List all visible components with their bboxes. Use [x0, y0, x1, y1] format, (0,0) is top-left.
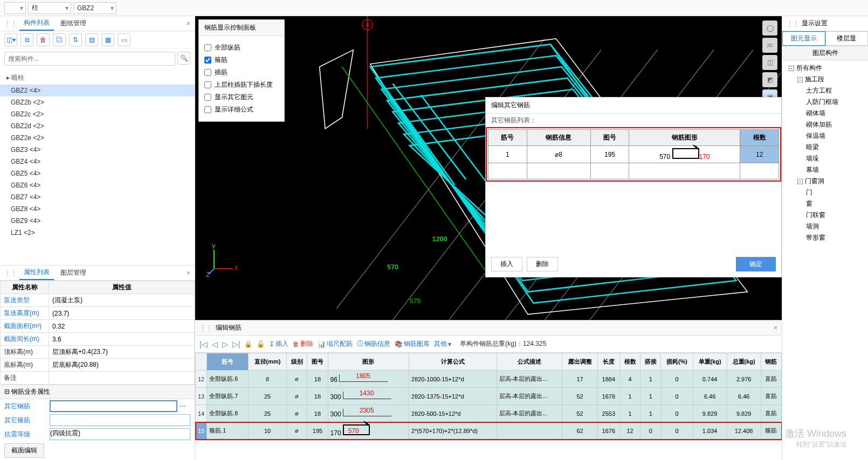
delete-button[interactable]: 删除 [527, 257, 558, 271]
drag-handle-icon[interactable]: ⋮⋮ [199, 324, 212, 332]
new-button[interactable]: ◫▾ [4, 33, 17, 46]
checkbox[interactable] [204, 57, 211, 64]
expand-icon[interactable]: - [789, 66, 794, 71]
col-header[interactable]: 直径(mm) [248, 353, 286, 371]
tree-category[interactable]: ▸ 暗柱 [0, 71, 195, 85]
dropdown-1[interactable] [4, 2, 26, 14]
tree-item[interactable]: 墙洞 [784, 221, 866, 232]
tree-item[interactable]: 幕墙 [784, 164, 866, 176]
tree-item[interactable]: 墙垛 [784, 153, 866, 164]
table-row[interactable]: 14全部纵筋.825⌀18300 23052820-500-15+12*d层高-… [196, 405, 782, 422]
tab-element-display[interactable]: 图元显示 [782, 31, 825, 46]
table-row[interactable]: 15箍筋.110⌀195170 5702*(570+170)+2*(12.89*… [196, 422, 782, 440]
col-header[interactable]: 损耗(%) [661, 353, 693, 371]
checkbox[interactable] [204, 94, 211, 101]
last-icon[interactable]: ▷| [232, 340, 240, 349]
filter-button[interactable]: ▦ [101, 33, 114, 46]
view-iso-icon[interactable]: ◩ [762, 72, 777, 87]
tree-item[interactable]: -施工段 [784, 74, 866, 85]
unlock-icon[interactable]: 🔓 [257, 340, 265, 348]
col-header[interactable]: 根数 [740, 130, 779, 146]
gj-input[interactable] [50, 414, 190, 426]
tree-item[interactable]: 门 [784, 187, 866, 198]
tab-properties[interactable]: 属性列表 [19, 266, 54, 280]
table-row[interactable]: 1 ⌀8 195 570 170 12 [488, 146, 779, 163]
component-item[interactable]: GBZ9 <4> [0, 215, 195, 227]
component-item[interactable]: GBZ3 <4> [0, 144, 195, 156]
tab-floor-display[interactable]: 楼层显 [825, 31, 869, 46]
component-item[interactable]: GBZ5 <4> [0, 168, 195, 179]
checkbox[interactable] [204, 69, 211, 76]
library-button[interactable]: 📚 钢筋图库 [395, 339, 430, 349]
col-header[interactable]: 图号 [590, 130, 629, 146]
close-icon[interactable]: × [774, 324, 777, 332]
checkbox[interactable] [204, 106, 211, 113]
component-item[interactable]: GBZ2e <2> [0, 132, 195, 144]
tab-layer-mgmt[interactable]: 图层管理 [56, 266, 91, 280]
search-input[interactable] [4, 52, 175, 66]
drag-handle-icon[interactable]: ⋮⋮ [787, 20, 800, 27]
prop-value[interactable]: 0.32 [49, 320, 195, 333]
gj-input[interactable]: (四级抗震) [50, 428, 190, 440]
col-header[interactable]: 图形 [328, 353, 409, 371]
ok-button[interactable]: 确定 [736, 257, 776, 271]
more-icon[interactable]: ⋯ [180, 402, 190, 410]
prop-value[interactable]: 层底标高(20.88) [49, 359, 195, 372]
tree-item[interactable]: 人防门框墙 [784, 96, 866, 108]
component-item[interactable]: GBZ7 <4> [0, 191, 195, 203]
tree-item[interactable]: 保温墙 [784, 130, 866, 142]
table-row-empty[interactable] [488, 163, 779, 179]
expand-icon[interactable]: - [797, 179, 803, 184]
component-item[interactable]: GBZ4 <4> [0, 156, 195, 168]
rebar-section-header[interactable]: ⊟ 钢筋业务属性 [0, 385, 195, 399]
drag-handle-icon[interactable]: ⋮⋮ [4, 20, 17, 27]
insert-button[interactable]: 插入 [491, 257, 522, 271]
drag-handle-icon[interactable]: ⋮⋮ [4, 269, 17, 277]
table-row[interactable]: 12全部纵筋.68⌀1896 18052820-1000-15+12*d层高-本… [196, 371, 782, 388]
expand-button[interactable]: ▭ [118, 33, 130, 46]
col-header[interactable]: 钢筋 [761, 353, 781, 371]
col-header[interactable]: 公式描述 [497, 353, 562, 371]
prop-value[interactable]: (23.7) [49, 307, 195, 320]
view-2d-icon[interactable]: 2D [762, 38, 777, 53]
checkbox[interactable] [204, 44, 211, 51]
layer-copy-button[interactable]: ⿻ [53, 33, 66, 46]
close-icon[interactable]: × [187, 20, 190, 27]
component-item[interactable]: GBZ2 <4> [0, 85, 195, 96]
component-item[interactable]: GBZ2b <2> [0, 96, 195, 108]
col-header[interactable]: 图号 [307, 353, 328, 371]
prop-value[interactable] [49, 372, 195, 385]
view-cube-icon[interactable]: ◫ [762, 55, 777, 70]
component-item[interactable]: GBZ2c <2> [0, 108, 195, 120]
tree-item[interactable]: 带形窗 [784, 232, 866, 243]
tree-item[interactable]: -所有构件 [784, 62, 866, 74]
scale-button[interactable]: 📊 缩尺配筋 [318, 339, 353, 349]
search-button[interactable]: 🔍 [177, 52, 190, 65]
col-header[interactable]: 总重(kg) [727, 353, 761, 371]
checkbox[interactable] [204, 81, 211, 88]
col-header[interactable]: 露出调整 [562, 353, 597, 371]
expand-icon[interactable]: - [797, 77, 803, 82]
reorder-button[interactable]: ⇅ [69, 33, 82, 46]
col-header[interactable]: 长度 [597, 353, 619, 371]
tree-item[interactable]: 砌体加筋 [784, 119, 866, 130]
tab-drawing-mgmt[interactable]: 图纸管理 [56, 17, 91, 30]
other-dropdown[interactable]: 其他 ▾ [434, 339, 451, 349]
col-header[interactable]: 筋号 [488, 130, 527, 146]
col-header[interactable]: 根数 [619, 353, 640, 371]
tab-component-list[interactable]: 构件列表 [19, 16, 54, 31]
component-item[interactable]: GBZ6 <4> [0, 179, 195, 191]
dropdown-type[interactable]: 柱 [28, 2, 71, 14]
section-edit-button[interactable]: 截面编辑 [4, 443, 44, 458]
prop-value[interactable]: (混凝土泵) [49, 294, 195, 307]
tree-item[interactable]: 门联窗 [784, 210, 866, 221]
first-icon[interactable]: |◁ [199, 340, 208, 349]
table-row[interactable]: 13全部纵筋.725⌀18300 14302820-1375-15+12*d层高… [196, 388, 782, 405]
col-header[interactable]: 搭接 [640, 353, 661, 371]
col-header[interactable]: 计算公式 [409, 353, 497, 371]
3d-viewport[interactable]: 4 570 1200 570 钢 [195, 16, 782, 320]
delete-button[interactable]: 🗑 [37, 33, 50, 46]
tree-item[interactable]: 砌体墙 [784, 108, 866, 119]
delete-button[interactable]: 🗑 删除 [293, 339, 313, 349]
col-header[interactable]: 钢筋图形 [629, 130, 740, 146]
